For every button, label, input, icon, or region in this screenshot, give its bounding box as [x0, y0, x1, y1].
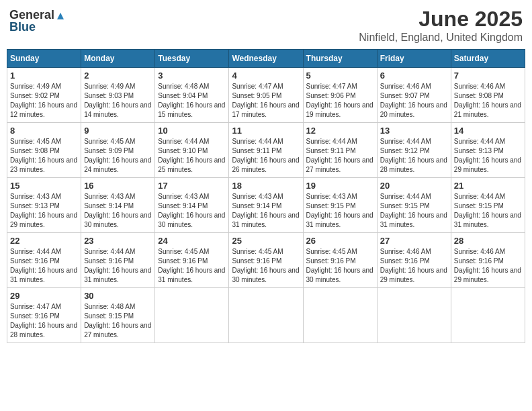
sunset-text: Sunset: 9:16 PM	[10, 312, 60, 320]
daylight-text: Daylight: 16 hours and 31 minutes.	[306, 212, 373, 228]
calendar-cell	[377, 288, 451, 343]
day-number: 25	[232, 236, 300, 246]
sunrise-text: Sunrise: 4:44 AM	[454, 193, 505, 200]
calendar-cell: 5Sunrise: 4:47 AMSunset: 9:06 PMDaylight…	[303, 68, 377, 123]
sunrise-text: Sunrise: 4:44 AM	[306, 138, 357, 145]
header-friday: Friday	[377, 50, 451, 68]
sunrise-text: Sunrise: 4:43 AM	[84, 193, 135, 200]
calendar-cell: 22Sunrise: 4:44 AMSunset: 9:16 PMDayligh…	[7, 233, 81, 288]
sunset-text: Sunset: 9:04 PM	[158, 92, 208, 99]
calendar-cell: 20Sunrise: 4:44 AMSunset: 9:15 PMDayligh…	[377, 178, 451, 233]
calendar-cell: 21Sunrise: 4:44 AMSunset: 9:15 PMDayligh…	[451, 178, 525, 233]
sunrise-text: Sunrise: 4:44 AM	[232, 138, 283, 145]
day-info: Sunrise: 4:46 AMSunset: 9:16 PMDaylight:…	[454, 247, 522, 285]
sunrise-text: Sunrise: 4:44 AM	[84, 248, 135, 255]
day-number: 18	[232, 181, 300, 191]
day-info: Sunrise: 4:43 AMSunset: 9:14 PMDaylight:…	[84, 192, 152, 230]
sunrise-text: Sunrise: 4:48 AM	[158, 83, 209, 90]
calendar-table: SundayMondayTuesdayWednesdayThursdayFrid…	[7, 49, 525, 343]
daylight-text: Daylight: 16 hours and 30 minutes.	[158, 212, 225, 228]
sunset-text: Sunset: 9:06 PM	[306, 92, 356, 99]
calendar-cell: 18Sunrise: 4:43 AMSunset: 9:14 PMDayligh…	[229, 178, 303, 233]
daylight-text: Daylight: 16 hours and 26 minutes.	[232, 156, 299, 173]
daylight-text: Daylight: 16 hours and 30 minutes.	[306, 267, 373, 283]
day-info: Sunrise: 4:45 AMSunset: 9:16 PMDaylight:…	[306, 247, 374, 285]
calendar-week-row: 22Sunrise: 4:44 AMSunset: 9:16 PMDayligh…	[7, 233, 525, 288]
sunrise-text: Sunrise: 4:43 AM	[306, 193, 357, 200]
sunset-text: Sunset: 9:16 PM	[232, 257, 281, 265]
daylight-text: Daylight: 16 hours and 23 minutes.	[10, 156, 77, 173]
calendar-cell: 19Sunrise: 4:43 AMSunset: 9:15 PMDayligh…	[303, 178, 377, 233]
sunrise-text: Sunrise: 4:43 AM	[158, 193, 209, 200]
logo: General ▴ Blue	[9, 7, 64, 34]
daylight-text: Daylight: 16 hours and 31 minutes.	[232, 212, 299, 228]
header-saturday: Saturday	[451, 50, 525, 68]
sunrise-text: Sunrise: 4:44 AM	[454, 138, 505, 145]
sunset-text: Sunset: 9:16 PM	[380, 257, 430, 265]
calendar-cell: 7Sunrise: 4:46 AMSunset: 9:08 PMDaylight…	[451, 68, 525, 123]
calendar-cell: 14Sunrise: 4:44 AMSunset: 9:13 PMDayligh…	[451, 123, 525, 178]
daylight-text: Daylight: 16 hours and 17 minutes.	[232, 101, 299, 118]
sunrise-text: Sunrise: 4:44 AM	[158, 138, 209, 145]
calendar-week-row: 15Sunrise: 4:43 AMSunset: 9:13 PMDayligh…	[7, 178, 525, 233]
daylight-text: Daylight: 16 hours and 28 minutes.	[10, 322, 77, 338]
sunset-text: Sunset: 9:15 PM	[84, 312, 134, 320]
daylight-text: Daylight: 16 hours and 31 minutes.	[158, 267, 225, 283]
day-info: Sunrise: 4:44 AMSunset: 9:12 PMDaylight:…	[380, 137, 448, 175]
day-number: 15	[10, 181, 78, 191]
sunrise-text: Sunrise: 4:44 AM	[380, 193, 431, 200]
day-number: 8	[10, 126, 78, 136]
sunset-text: Sunset: 9:08 PM	[10, 147, 60, 154]
sunset-text: Sunset: 9:03 PM	[84, 92, 134, 99]
daylight-text: Daylight: 16 hours and 24 minutes.	[84, 156, 151, 173]
day-info: Sunrise: 4:45 AMSunset: 9:16 PMDaylight:…	[232, 247, 300, 285]
logo-blue-text: Blue	[9, 20, 36, 34]
day-number: 6	[380, 71, 448, 81]
day-number: 20	[380, 181, 448, 191]
sunrise-text: Sunrise: 4:44 AM	[380, 138, 431, 145]
day-info: Sunrise: 4:46 AMSunset: 9:16 PMDaylight:…	[380, 247, 448, 285]
day-info: Sunrise: 4:47 AMSunset: 9:05 PMDaylight:…	[232, 82, 300, 120]
day-info: Sunrise: 4:48 AMSunset: 9:04 PMDaylight:…	[158, 82, 226, 120]
sunrise-text: Sunrise: 4:45 AM	[306, 248, 357, 255]
sunset-text: Sunset: 9:12 PM	[380, 147, 430, 154]
day-info: Sunrise: 4:49 AMSunset: 9:02 PMDaylight:…	[10, 82, 78, 120]
calendar-cell: 11Sunrise: 4:44 AMSunset: 9:11 PMDayligh…	[229, 123, 303, 178]
month-title: June 2025	[359, 7, 523, 32]
calendar-cell: 25Sunrise: 4:45 AMSunset: 9:16 PMDayligh…	[229, 233, 303, 288]
day-number: 1	[10, 71, 78, 81]
daylight-text: Daylight: 16 hours and 31 minutes.	[10, 267, 77, 283]
sunset-text: Sunset: 9:15 PM	[306, 202, 356, 210]
sunset-text: Sunset: 9:14 PM	[232, 202, 281, 210]
logo-bird-icon: ▴	[57, 7, 64, 23]
calendar-cell: 24Sunrise: 4:45 AMSunset: 9:16 PMDayligh…	[155, 233, 229, 288]
daylight-text: Daylight: 16 hours and 29 minutes.	[454, 156, 521, 173]
sunrise-text: Sunrise: 4:43 AM	[10, 193, 61, 200]
day-info: Sunrise: 4:44 AMSunset: 9:11 PMDaylight:…	[232, 137, 300, 175]
calendar-cell: 10Sunrise: 4:44 AMSunset: 9:10 PMDayligh…	[155, 123, 229, 178]
calendar-cell: 1Sunrise: 4:49 AMSunset: 9:02 PMDaylight…	[7, 68, 81, 123]
day-number: 11	[232, 126, 300, 136]
calendar-cell: 26Sunrise: 4:45 AMSunset: 9:16 PMDayligh…	[303, 233, 377, 288]
calendar-week-row: 1Sunrise: 4:49 AMSunset: 9:02 PMDaylight…	[7, 68, 525, 123]
sunrise-text: Sunrise: 4:44 AM	[10, 248, 61, 255]
calendar-cell: 12Sunrise: 4:44 AMSunset: 9:11 PMDayligh…	[303, 123, 377, 178]
daylight-text: Daylight: 16 hours and 28 minutes.	[380, 156, 447, 173]
sunset-text: Sunset: 9:02 PM	[10, 92, 60, 99]
daylight-text: Daylight: 16 hours and 15 minutes.	[158, 101, 225, 118]
sunset-text: Sunset: 9:07 PM	[380, 92, 430, 99]
daylight-text: Daylight: 16 hours and 30 minutes.	[232, 267, 299, 283]
daylight-text: Daylight: 16 hours and 30 minutes.	[84, 212, 151, 228]
daylight-text: Daylight: 16 hours and 27 minutes.	[306, 156, 373, 173]
day-number: 12	[306, 126, 374, 136]
calendar-cell	[303, 288, 377, 343]
daylight-text: Daylight: 16 hours and 29 minutes.	[454, 267, 521, 283]
header-monday: Monday	[81, 50, 155, 68]
sunset-text: Sunset: 9:15 PM	[380, 202, 430, 210]
sunset-text: Sunset: 9:11 PM	[232, 147, 281, 154]
sunset-text: Sunset: 9:15 PM	[454, 202, 504, 210]
location-title: Ninfield, England, United Kingdom	[359, 32, 523, 44]
sunrise-text: Sunrise: 4:46 AM	[454, 248, 505, 255]
day-number: 24	[158, 236, 226, 246]
day-info: Sunrise: 4:44 AMSunset: 9:16 PMDaylight:…	[84, 247, 152, 285]
